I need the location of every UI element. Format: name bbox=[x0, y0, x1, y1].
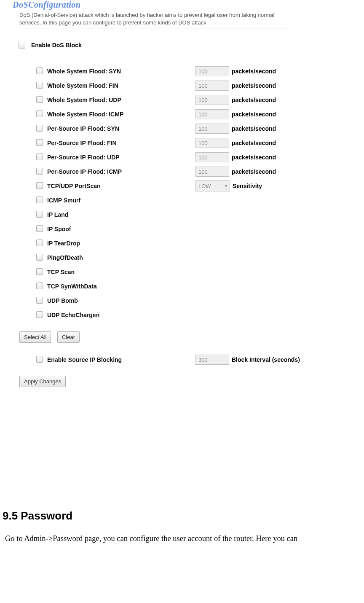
option-label: UDP Bomb bbox=[47, 297, 78, 304]
option-label: PingOfDeath bbox=[47, 254, 83, 261]
option-checkbox[interactable] bbox=[36, 82, 43, 89]
option-label: Per-Source IP Flood: UDP bbox=[47, 154, 120, 161]
option-unit: packets/second bbox=[232, 97, 276, 103]
option-checkbox[interactable] bbox=[36, 125, 43, 132]
sensitivity-label: Sensitivity bbox=[233, 183, 262, 189]
option-checkbox[interactable] bbox=[36, 67, 43, 74]
option-checkbox[interactable] bbox=[36, 197, 43, 203]
option-unit: packets/second bbox=[232, 111, 276, 118]
apply-changes-button[interactable]: Apply Changes bbox=[19, 376, 66, 387]
block-interval-unit: Block Interval (seconds) bbox=[232, 356, 300, 363]
option-value-input[interactable] bbox=[195, 152, 229, 162]
option-checkbox[interactable] bbox=[36, 297, 43, 304]
option-value-input[interactable] bbox=[195, 81, 229, 91]
option-checkbox[interactable] bbox=[36, 153, 43, 160]
option-value-input[interactable] bbox=[195, 138, 229, 148]
portscan-checkbox[interactable] bbox=[36, 182, 43, 189]
option-checkbox[interactable] bbox=[36, 254, 43, 261]
option-label: IP Spoof bbox=[47, 226, 71, 232]
clear-button[interactable]: Clear bbox=[57, 331, 80, 343]
option-value-input[interactable] bbox=[195, 124, 229, 134]
enable-source-ip-checkbox[interactable] bbox=[36, 356, 43, 363]
option-unit: packets/second bbox=[232, 68, 276, 75]
option-label: UDP EchoChargen bbox=[47, 312, 99, 318]
block-interval-input[interactable] bbox=[195, 355, 229, 365]
divider bbox=[19, 29, 289, 29]
panel-title: DoSConfiguration bbox=[13, 0, 364, 10]
option-checkbox[interactable] bbox=[36, 96, 43, 103]
option-label: IP TearDrop bbox=[47, 240, 80, 247]
sensitivity-value: LOW bbox=[198, 183, 211, 189]
option-unit: packets/second bbox=[232, 154, 276, 161]
option-label: Per-Source IP Flood: SYN bbox=[47, 125, 119, 132]
option-label: Whole System Flood: FIN bbox=[47, 82, 118, 89]
option-value-input[interactable] bbox=[195, 95, 229, 105]
option-checkbox[interactable] bbox=[36, 211, 43, 218]
sensitivity-select[interactable]: LOW▼ bbox=[195, 180, 230, 191]
option-checkbox[interactable] bbox=[36, 311, 43, 318]
select-all-button[interactable]: Select All bbox=[19, 331, 51, 343]
option-value-input[interactable] bbox=[195, 109, 229, 119]
option-label: Whole System Flood: ICMP bbox=[47, 111, 123, 118]
option-unit: packets/second bbox=[232, 140, 276, 146]
option-label: Whole System Flood: UDP bbox=[47, 97, 121, 103]
option-unit: packets/second bbox=[232, 125, 276, 132]
option-checkbox[interactable] bbox=[36, 168, 43, 175]
option-checkbox[interactable] bbox=[36, 139, 43, 146]
option-unit: packets/second bbox=[232, 168, 276, 175]
enable-dos-label: Enable DoS Block bbox=[31, 42, 82, 48]
panel-description: DoS (Denial-of-Service) attack which is … bbox=[19, 11, 289, 26]
option-label: ICMP Smurf bbox=[47, 197, 80, 204]
option-label: IP Land bbox=[47, 211, 68, 218]
option-checkbox[interactable] bbox=[36, 268, 43, 275]
option-value-input[interactable] bbox=[195, 167, 229, 177]
body-paragraph: Go to Admin->Password page, you can conf… bbox=[5, 533, 364, 545]
option-label: Whole System Flood: SYN bbox=[47, 68, 121, 75]
option-label: Per-Source IP Flood: ICMP bbox=[47, 168, 122, 175]
section-heading: 9.5 Password bbox=[3, 509, 364, 522]
enable-dos-checkbox[interactable] bbox=[19, 42, 25, 48]
chevron-down-icon: ▼ bbox=[224, 184, 228, 188]
option-label: TCP SynWithData bbox=[47, 283, 97, 290]
option-label: Per-Source IP Flood: FIN bbox=[47, 140, 117, 146]
option-checkbox[interactable] bbox=[36, 225, 43, 232]
option-label: TCP Scan bbox=[47, 269, 75, 275]
portscan-label: TCP/UDP PortScan bbox=[47, 183, 101, 189]
option-value-input[interactable] bbox=[195, 66, 229, 76]
option-checkbox[interactable] bbox=[36, 110, 43, 117]
option-checkbox[interactable] bbox=[36, 240, 43, 246]
option-unit: packets/second bbox=[232, 82, 276, 89]
option-checkbox[interactable] bbox=[36, 283, 43, 289]
enable-source-ip-label: Enable Source IP Blocking bbox=[47, 356, 122, 363]
